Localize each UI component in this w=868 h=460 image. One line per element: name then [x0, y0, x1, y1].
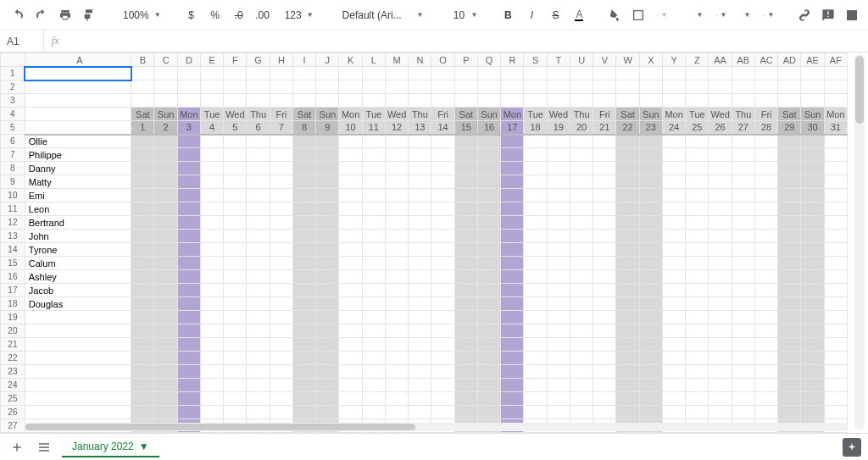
row-header[interactable]: 20 [1, 324, 25, 338]
horizontal-scrollbar[interactable] [25, 423, 848, 431]
cell[interactable] [593, 148, 616, 162]
cell[interactable] [200, 297, 223, 311]
cell[interactable] [270, 202, 292, 216]
cell[interactable] [639, 202, 662, 216]
cell[interactable] [431, 202, 454, 216]
cell[interactable] [524, 257, 547, 270]
cell[interactable] [801, 338, 824, 352]
column-header[interactable]: G [247, 53, 270, 67]
cell[interactable] [501, 216, 524, 230]
cell[interactable] [709, 406, 732, 419]
cell[interactable] [778, 392, 801, 406]
cell[interactable] [824, 67, 847, 80]
cell[interactable] [224, 135, 247, 148]
cell[interactable] [639, 189, 662, 202]
cell[interactable] [409, 257, 431, 270]
cell[interactable] [547, 162, 570, 175]
cell[interactable] [524, 175, 547, 189]
cell[interactable] [431, 392, 454, 406]
cell[interactable] [501, 189, 524, 202]
cell[interactable] [154, 162, 177, 175]
cell[interactable]: John [25, 230, 131, 243]
cell[interactable] [25, 311, 131, 324]
cell[interactable] [778, 324, 801, 338]
cell[interactable] [593, 270, 616, 284]
cell[interactable] [686, 324, 709, 338]
cell[interactable] [224, 352, 247, 365]
row-header[interactable]: 3 [1, 94, 25, 108]
cell[interactable] [524, 202, 547, 216]
cell[interactable] [524, 216, 547, 230]
cell[interactable] [524, 338, 547, 352]
cell[interactable] [547, 352, 570, 365]
text-wrap-button[interactable]: ▼ [736, 5, 754, 25]
cell[interactable] [662, 135, 685, 148]
cell[interactable] [547, 297, 570, 311]
cell[interactable] [824, 94, 847, 108]
cell[interactable] [292, 135, 315, 148]
column-header[interactable]: K [339, 53, 362, 67]
horizontal-align-button[interactable]: ▼ [688, 5, 707, 25]
cell[interactable] [454, 270, 477, 284]
cell[interactable] [200, 94, 223, 108]
cell[interactable] [409, 175, 431, 189]
cell[interactable] [385, 352, 408, 365]
cell[interactable] [524, 230, 547, 243]
cell[interactable] [431, 230, 454, 243]
cell[interactable]: Mon [339, 108, 362, 121]
cell[interactable] [339, 284, 362, 297]
cell[interactable] [501, 135, 524, 148]
cell[interactable]: 2 [154, 121, 177, 135]
cell[interactable] [454, 243, 477, 257]
column-header[interactable]: M [385, 53, 408, 67]
cell[interactable] [732, 94, 754, 108]
cell[interactable] [154, 216, 177, 230]
cell[interactable] [247, 257, 270, 270]
cell[interactable] [131, 148, 154, 162]
cell[interactable] [431, 270, 454, 284]
cell[interactable] [709, 94, 732, 108]
cell[interactable] [477, 257, 500, 270]
cell[interactable] [524, 94, 547, 108]
cell[interactable] [616, 324, 639, 338]
cell[interactable] [131, 284, 154, 297]
cell[interactable]: Calum [25, 257, 131, 270]
cell[interactable] [177, 352, 200, 365]
cell[interactable] [801, 80, 824, 94]
cell[interactable] [593, 379, 616, 392]
cell[interactable] [25, 406, 131, 419]
cell[interactable] [801, 230, 824, 243]
cell[interactable] [801, 148, 824, 162]
cell[interactable] [316, 297, 339, 311]
cell[interactable] [154, 243, 177, 257]
cell[interactable] [477, 338, 500, 352]
cell[interactable] [339, 148, 362, 162]
formula-input[interactable] [66, 30, 868, 52]
cell[interactable] [224, 202, 247, 216]
column-header[interactable]: U [570, 53, 593, 67]
cell[interactable] [177, 297, 200, 311]
cell[interactable] [639, 148, 662, 162]
cell[interactable] [409, 230, 431, 243]
cell[interactable] [524, 297, 547, 311]
cell[interactable] [385, 365, 408, 379]
cell[interactable]: Fri [431, 108, 454, 121]
row-header[interactable]: 1 [1, 67, 25, 80]
cell[interactable] [732, 365, 754, 379]
cell[interactable] [686, 175, 709, 189]
cell[interactable] [824, 216, 847, 230]
cell[interactable] [801, 284, 824, 297]
cell[interactable] [247, 162, 270, 175]
cell[interactable] [477, 135, 500, 148]
cell[interactable] [292, 338, 315, 352]
cell[interactable] [339, 297, 362, 311]
cell[interactable] [616, 243, 639, 257]
cell[interactable] [270, 270, 292, 284]
cell[interactable] [686, 297, 709, 311]
cell[interactable] [154, 284, 177, 297]
cell[interactable] [177, 230, 200, 243]
cell[interactable] [362, 94, 385, 108]
cell[interactable] [824, 175, 847, 189]
cell[interactable] [385, 338, 408, 352]
cell[interactable] [154, 94, 177, 108]
